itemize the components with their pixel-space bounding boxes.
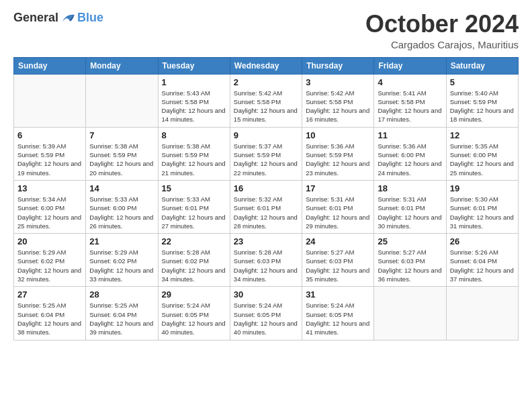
day-number: 5 (450, 77, 515, 87)
logo-bird-icon (61, 12, 76, 24)
day-number: 9 (234, 130, 298, 140)
day-info: Sunrise: 5:31 AM Sunset: 6:01 PM Dayligh… (306, 195, 370, 230)
calendar-cell: 30Sunrise: 5:24 AM Sunset: 6:05 PM Dayli… (230, 287, 302, 340)
logo-blue-text: Blue (77, 11, 103, 25)
day-info: Sunrise: 5:34 AM Sunset: 6:00 PM Dayligh… (17, 195, 82, 230)
day-number: 27 (17, 289, 82, 300)
day-info: Sunrise: 5:29 AM Sunset: 6:02 PM Dayligh… (17, 248, 82, 283)
calendar-cell: 16Sunrise: 5:32 AM Sunset: 6:01 PM Dayli… (230, 180, 302, 233)
page: General Blue October 2024 Cargados Caraj… (0, 0, 532, 411)
calendar-week-row: 27Sunrise: 5:25 AM Sunset: 6:04 PM Dayli… (14, 287, 519, 340)
logo-general-text: General (13, 11, 58, 25)
day-number: 18 (378, 183, 442, 193)
day-number: 29 (162, 289, 226, 300)
day-info: Sunrise: 5:33 AM Sunset: 6:01 PM Dayligh… (162, 195, 226, 230)
day-number: 7 (89, 130, 154, 140)
day-number: 21 (89, 236, 154, 246)
day-number: 22 (162, 236, 226, 246)
month-title: October 2024 (365, 11, 519, 38)
day-info: Sunrise: 5:41 AM Sunset: 5:58 PM Dayligh… (378, 89, 442, 124)
title-area: October 2024 Cargados Carajos, Mauritius (365, 11, 519, 50)
day-number: 1 (162, 77, 226, 87)
calendar-cell: 11Sunrise: 5:36 AM Sunset: 6:00 PM Dayli… (374, 127, 446, 180)
day-info: Sunrise: 5:32 AM Sunset: 6:01 PM Dayligh… (234, 195, 298, 230)
calendar-header-monday: Monday (86, 57, 158, 74)
header: General Blue October 2024 Cargados Caraj… (13, 11, 519, 50)
day-number: 16 (234, 183, 298, 193)
calendar-cell: 25Sunrise: 5:27 AM Sunset: 6:03 PM Dayli… (374, 234, 446, 287)
calendar-cell (446, 287, 518, 340)
day-info: Sunrise: 5:25 AM Sunset: 6:04 PM Dayligh… (17, 301, 82, 336)
calendar-cell: 5Sunrise: 5:40 AM Sunset: 5:59 PM Daylig… (446, 74, 518, 127)
day-number: 20 (17, 236, 82, 246)
calendar-header-saturday: Saturday (446, 57, 518, 74)
calendar-cell: 13Sunrise: 5:34 AM Sunset: 6:00 PM Dayli… (14, 180, 86, 233)
day-info: Sunrise: 5:38 AM Sunset: 5:59 PM Dayligh… (162, 142, 226, 177)
day-number: 19 (450, 183, 515, 193)
calendar-cell: 20Sunrise: 5:29 AM Sunset: 6:02 PM Dayli… (14, 234, 86, 287)
day-info: Sunrise: 5:24 AM Sunset: 6:05 PM Dayligh… (234, 301, 298, 336)
day-info: Sunrise: 5:29 AM Sunset: 6:02 PM Dayligh… (89, 248, 154, 283)
calendar-cell: 6Sunrise: 5:39 AM Sunset: 5:59 PM Daylig… (14, 127, 86, 180)
day-info: Sunrise: 5:33 AM Sunset: 6:00 PM Dayligh… (89, 195, 154, 230)
calendar-cell (374, 287, 446, 340)
calendar-week-row: 1Sunrise: 5:43 AM Sunset: 5:58 PM Daylig… (14, 74, 519, 127)
calendar-cell: 19Sunrise: 5:30 AM Sunset: 6:01 PM Dayli… (446, 180, 518, 233)
day-info: Sunrise: 5:28 AM Sunset: 6:03 PM Dayligh… (234, 248, 298, 283)
day-number: 26 (450, 236, 515, 246)
calendar-cell: 3Sunrise: 5:42 AM Sunset: 5:58 PM Daylig… (302, 74, 374, 127)
calendar-week-row: 20Sunrise: 5:29 AM Sunset: 6:02 PM Dayli… (14, 234, 519, 287)
calendar-cell: 22Sunrise: 5:28 AM Sunset: 6:02 PM Dayli… (158, 234, 230, 287)
calendar-cell: 31Sunrise: 5:24 AM Sunset: 6:05 PM Dayli… (302, 287, 374, 340)
day-number: 4 (378, 77, 442, 87)
day-number: 31 (306, 289, 370, 300)
logo: General Blue (13, 11, 103, 25)
day-info: Sunrise: 5:30 AM Sunset: 6:01 PM Dayligh… (450, 195, 515, 230)
day-number: 3 (306, 77, 370, 87)
calendar-cell: 26Sunrise: 5:26 AM Sunset: 6:04 PM Dayli… (446, 234, 518, 287)
calendar-header-wednesday: Wednesday (230, 57, 302, 74)
day-number: 6 (17, 130, 82, 140)
day-info: Sunrise: 5:39 AM Sunset: 5:59 PM Dayligh… (17, 142, 82, 177)
day-number: 12 (450, 130, 515, 140)
calendar-cell: 28Sunrise: 5:25 AM Sunset: 6:04 PM Dayli… (86, 287, 158, 340)
calendar-cell: 7Sunrise: 5:38 AM Sunset: 5:59 PM Daylig… (86, 127, 158, 180)
day-number: 8 (162, 130, 226, 140)
calendar-cell: 14Sunrise: 5:33 AM Sunset: 6:00 PM Dayli… (86, 180, 158, 233)
calendar-cell: 8Sunrise: 5:38 AM Sunset: 5:59 PM Daylig… (158, 127, 230, 180)
day-info: Sunrise: 5:37 AM Sunset: 5:59 PM Dayligh… (234, 142, 298, 177)
calendar-week-row: 6Sunrise: 5:39 AM Sunset: 5:59 PM Daylig… (14, 127, 519, 180)
calendar-header-row: SundayMondayTuesdayWednesdayThursdayFrid… (14, 57, 519, 74)
calendar-cell: 23Sunrise: 5:28 AM Sunset: 6:03 PM Dayli… (230, 234, 302, 287)
day-number: 10 (306, 130, 370, 140)
calendar-table: SundayMondayTuesdayWednesdayThursdayFrid… (13, 57, 519, 340)
day-number: 28 (89, 289, 154, 300)
calendar-cell: 21Sunrise: 5:29 AM Sunset: 6:02 PM Dayli… (86, 234, 158, 287)
calendar-cell: 1Sunrise: 5:43 AM Sunset: 5:58 PM Daylig… (158, 74, 230, 127)
calendar-cell: 27Sunrise: 5:25 AM Sunset: 6:04 PM Dayli… (14, 287, 86, 340)
day-number: 14 (89, 183, 154, 193)
day-info: Sunrise: 5:43 AM Sunset: 5:58 PM Dayligh… (162, 89, 226, 124)
calendar-cell: 2Sunrise: 5:42 AM Sunset: 5:58 PM Daylig… (230, 74, 302, 127)
day-number: 17 (306, 183, 370, 193)
calendar-cell: 29Sunrise: 5:24 AM Sunset: 6:05 PM Dayli… (158, 287, 230, 340)
calendar-cell (86, 74, 158, 127)
calendar-cell: 17Sunrise: 5:31 AM Sunset: 6:01 PM Dayli… (302, 180, 374, 233)
calendar-cell (14, 74, 86, 127)
day-info: Sunrise: 5:26 AM Sunset: 6:04 PM Dayligh… (450, 248, 515, 283)
calendar-week-row: 13Sunrise: 5:34 AM Sunset: 6:00 PM Dayli… (14, 180, 519, 233)
day-number: 25 (378, 236, 442, 246)
day-number: 24 (306, 236, 370, 246)
day-info: Sunrise: 5:27 AM Sunset: 6:03 PM Dayligh… (306, 248, 370, 283)
day-info: Sunrise: 5:40 AM Sunset: 5:59 PM Dayligh… (450, 89, 515, 124)
calendar-cell: 18Sunrise: 5:31 AM Sunset: 6:01 PM Dayli… (374, 180, 446, 233)
calendar-cell: 9Sunrise: 5:37 AM Sunset: 5:59 PM Daylig… (230, 127, 302, 180)
day-info: Sunrise: 5:36 AM Sunset: 5:59 PM Dayligh… (306, 142, 370, 177)
day-info: Sunrise: 5:31 AM Sunset: 6:01 PM Dayligh… (378, 195, 442, 230)
day-info: Sunrise: 5:42 AM Sunset: 5:58 PM Dayligh… (234, 89, 298, 124)
calendar-header-friday: Friday (374, 57, 446, 74)
calendar-cell: 12Sunrise: 5:35 AM Sunset: 6:00 PM Dayli… (446, 127, 518, 180)
day-info: Sunrise: 5:24 AM Sunset: 6:05 PM Dayligh… (162, 301, 226, 336)
day-info: Sunrise: 5:36 AM Sunset: 6:00 PM Dayligh… (378, 142, 442, 177)
day-number: 30 (234, 289, 298, 300)
